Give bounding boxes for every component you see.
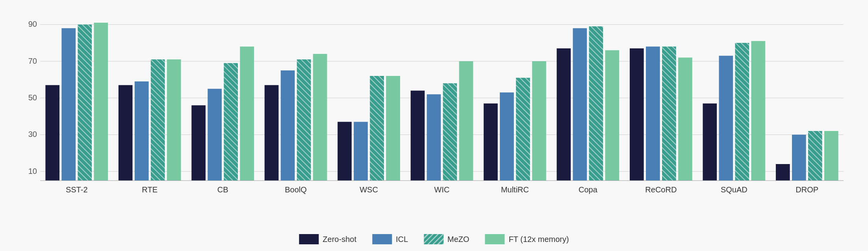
legend-label-icl: ICL — [396, 235, 408, 244]
svg-text:10: 10 — [28, 167, 37, 175]
svg-text:90: 90 — [28, 20, 37, 28]
svg-rect-63 — [792, 135, 806, 181]
svg-rect-35 — [386, 76, 400, 181]
svg-rect-37 — [411, 90, 425, 181]
legend-label-zeroshot: Zero-shot — [323, 235, 356, 244]
svg-rect-58 — [719, 56, 733, 181]
svg-rect-12 — [45, 85, 59, 181]
svg-rect-34 — [370, 76, 384, 181]
svg-rect-43 — [500, 92, 514, 181]
legend-item-icl: ICL — [372, 234, 408, 244]
svg-rect-50 — [605, 50, 619, 181]
svg-rect-30 — [313, 54, 327, 181]
svg-rect-33 — [354, 122, 368, 181]
svg-text:BoolQ: BoolQ — [285, 185, 307, 194]
svg-text:CB: CB — [217, 185, 228, 194]
svg-rect-62 — [776, 164, 790, 181]
svg-rect-57 — [703, 103, 717, 181]
svg-rect-18 — [135, 81, 149, 181]
svg-text:30: 30 — [28, 130, 37, 138]
svg-rect-17 — [119, 85, 133, 181]
svg-rect-53 — [646, 46, 660, 181]
svg-text:70: 70 — [28, 57, 37, 65]
legend-item-mezo: MeZO — [424, 234, 469, 244]
svg-rect-55 — [678, 57, 692, 181]
bar-chart: 1030507090SST-2RTECBBoolQWSCWICMultiRCCo… — [36, 11, 848, 200]
legend-item-zeroshot: Zero-shot — [299, 234, 356, 244]
svg-rect-60 — [751, 41, 766, 181]
legend-label-ft: FT (12x memory) — [509, 235, 569, 244]
svg-text:RTE: RTE — [142, 185, 158, 194]
svg-rect-24 — [224, 63, 238, 181]
svg-rect-47 — [557, 48, 571, 181]
svg-rect-20 — [167, 59, 181, 181]
legend-swatch-zeroshot — [299, 234, 319, 244]
legend-swatch-mezo — [424, 234, 443, 244]
svg-rect-52 — [630, 48, 644, 181]
svg-rect-27 — [265, 85, 279, 181]
svg-rect-59 — [735, 43, 749, 181]
svg-text:WSC: WSC — [360, 185, 378, 194]
svg-rect-19 — [151, 59, 165, 181]
svg-rect-40 — [459, 61, 473, 181]
svg-text:WIC: WIC — [434, 185, 450, 194]
svg-rect-44 — [516, 78, 530, 181]
svg-rect-45 — [532, 61, 546, 181]
svg-text:DROP: DROP — [796, 185, 818, 194]
legend-label-mezo: MeZO — [447, 235, 469, 244]
chart-area: 1030507090SST-2RTECBBoolQWSCWICMultiRCCo… — [36, 11, 848, 200]
legend-item-ft: FT (12x memory) — [485, 234, 569, 244]
svg-rect-32 — [338, 122, 352, 181]
svg-text:SST-2: SST-2 — [66, 185, 88, 194]
svg-rect-39 — [443, 83, 457, 181]
svg-text:ReCoRD: ReCoRD — [645, 185, 677, 194]
svg-rect-25 — [240, 46, 254, 181]
legend: Zero-shot ICL MeZO FT (12x memory) — [299, 234, 569, 244]
svg-rect-28 — [281, 70, 295, 181]
svg-rect-48 — [573, 28, 587, 181]
svg-text:Copa: Copa — [579, 185, 598, 194]
svg-rect-13 — [61, 28, 76, 181]
svg-rect-22 — [191, 105, 206, 181]
svg-rect-15 — [94, 23, 108, 181]
svg-rect-29 — [297, 59, 311, 181]
svg-rect-54 — [662, 46, 676, 181]
svg-text:50: 50 — [28, 93, 37, 102]
legend-swatch-icl — [372, 234, 392, 244]
svg-rect-14 — [78, 24, 92, 181]
svg-rect-49 — [589, 26, 603, 181]
svg-rect-23 — [208, 89, 222, 181]
svg-rect-42 — [484, 103, 498, 181]
chart-container: 1030507090SST-2RTECBBoolQWSCWICMultiRCCo… — [5, 4, 863, 247]
svg-rect-65 — [824, 131, 838, 181]
svg-rect-38 — [427, 94, 441, 181]
svg-text:SQuAD: SQuAD — [721, 185, 747, 194]
svg-rect-64 — [808, 131, 822, 181]
legend-swatch-ft — [485, 234, 505, 244]
svg-text:MultiRC: MultiRC — [501, 185, 529, 194]
